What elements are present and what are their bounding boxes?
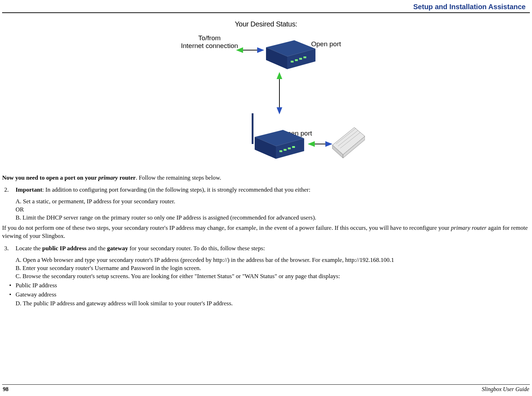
arrow-down-icon	[277, 107, 282, 114]
step-3-bullets: Public IP address Gateway address	[9, 281, 530, 299]
svg-rect-4	[295, 59, 298, 61]
lead-plain: . Follow the remaining steps below.	[136, 174, 221, 181]
step-2-a: A. Set a static, or permanent, IP addres…	[16, 198, 530, 206]
svg-rect-11	[279, 150, 282, 152]
guide-name: Slingbox User Guide	[482, 386, 530, 392]
step-3-b: B. Enter your secondary router's Usernam…	[16, 264, 530, 272]
lead-bold-a: Now you need to open a port on your	[2, 174, 98, 181]
label-open-port-top: Open port	[311, 40, 341, 48]
step-3-c: C. Browse the secondary router's setup s…	[16, 272, 530, 281]
step-3-b1: public IP address	[42, 245, 87, 252]
page-content: Your Desired Status: To/from Internet co…	[0, 13, 532, 308]
arrow-left-icon	[308, 141, 315, 147]
diagram-wrap: To/from Internet connection Open port Op…	[2, 30, 530, 170]
steps-list-2: 3. Locate the public IP address and the …	[2, 245, 530, 253]
svg-rect-14	[292, 146, 295, 148]
step-3-a: A. Open a Web browser and type your seco…	[16, 256, 530, 264]
arrow-up-icon	[277, 72, 282, 79]
label-tofrom: To/from	[198, 34, 220, 42]
lead-paragraph: Now you need to open a port on your prim…	[2, 174, 530, 182]
svg-rect-13	[288, 148, 291, 149]
step-3: 3. Locate the public IP address and the …	[2, 245, 530, 253]
section-title: Setup and Installation Assistance	[413, 3, 526, 11]
list-item: Public IP address	[9, 281, 530, 290]
svg-rect-5	[299, 58, 302, 60]
svg-rect-3	[291, 61, 294, 62]
arrow-right-icon	[257, 47, 264, 53]
slingbox-device-icon	[332, 127, 365, 158]
step-2-or: OR	[16, 206, 530, 214]
lead-ital: primary	[98, 174, 118, 181]
network-diagram: To/from Internet connection Open port Op…	[167, 30, 365, 170]
step-2: 2. Important: In addition to configuring…	[2, 186, 530, 194]
step-2-label: Important	[16, 186, 42, 193]
warn-ital: primary router	[451, 224, 486, 231]
svg-rect-6	[303, 56, 306, 58]
step-3-b2: gateway	[107, 245, 128, 252]
svg-rect-12	[284, 149, 286, 151]
lead-bold-b: router	[118, 174, 136, 181]
diagram-title: Your Desired Status:	[2, 20, 530, 28]
step-3-num: 3.	[4, 245, 9, 253]
page-footer: 98 Slingbox User Guide	[2, 384, 530, 392]
steps-list: 2. Important: In addition to configuring…	[2, 186, 530, 194]
step-3-pre: Locate the	[16, 245, 42, 252]
arrow-right-icon	[325, 141, 332, 147]
list-item: Gateway address	[9, 290, 530, 299]
step-2-rest: : In addition to configuring port forwar…	[42, 186, 311, 193]
router-top-icon	[266, 40, 315, 69]
page-number: 98	[2, 386, 8, 392]
step-2-num: 2.	[4, 186, 9, 194]
step-2-b: B. Limit the DHCP server range on the pr…	[16, 214, 530, 222]
step-3-d: D. The public IP address and gateway add…	[16, 300, 530, 308]
warn-pre: If you do not perform one of these two s…	[2, 224, 451, 231]
warning-paragraph: If you do not perform one of these two s…	[2, 224, 530, 240]
step-3-post: for your secondary router. To do this, f…	[128, 245, 265, 252]
router-bottom-icon	[253, 113, 304, 159]
page-header: Setup and Installation Assistance	[2, 0, 530, 13]
label-internet: Internet connection	[181, 42, 238, 49]
step-3-mid: and the	[87, 245, 107, 252]
